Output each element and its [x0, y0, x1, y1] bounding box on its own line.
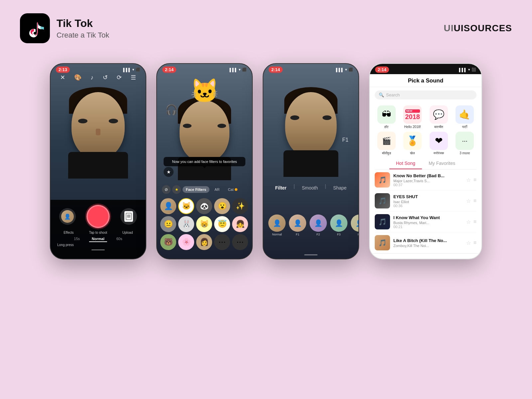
- filter-row-1: 👤 🐱 🐼 😮 ✨: [160, 198, 249, 214]
- filter-avatar-8[interactable]: 😸: [196, 216, 212, 232]
- song-star-4[interactable]: ☆: [466, 240, 471, 246]
- normal-filter-circle[interactable]: 👤: [268, 214, 286, 232]
- favorites-filter-btn[interactable]: ★: [172, 185, 181, 194]
- tab-15s[interactable]: 15s: [71, 236, 82, 242]
- f2-filter-circle[interactable]: 👤: [310, 214, 327, 232]
- filter-row-2: 😐 🐰 😸 😇 👧: [160, 216, 249, 232]
- tab-normal[interactable]: Normal: [89, 236, 107, 242]
- song-info-3: I Know What You Want Busta Rhymes, Mari.…: [393, 215, 463, 229]
- search-bar[interactable]: 🔍 Search: [375, 90, 476, 99]
- song-menu-1[interactable]: ≡: [473, 177, 476, 183]
- filter-avatar-11[interactable]: 🐻: [160, 234, 176, 250]
- phone1-status-icons: ▌▌▌ ▾ ⬛: [123, 67, 140, 72]
- filter-avatar-4[interactable]: 😮: [214, 198, 230, 214]
- filter-avatar-2[interactable]: 🐱: [178, 198, 194, 214]
- more-icon[interactable]: ☰: [131, 74, 136, 81]
- shape-tab[interactable]: Shape: [330, 184, 350, 192]
- phone2: 2:14 ▌▌▌ ▾ ⬛ 🐱 🎧 Now you can add f: [156, 63, 253, 259]
- song-item-2[interactable]: 🎵 EYES SHUT Isac Elliot 00:36 ☆ ≡: [375, 191, 476, 211]
- sports-icon[interactable]: 🏅: [403, 132, 422, 150]
- newyear-icon[interactable]: NEW 2018: [403, 105, 422, 124]
- song-star-1[interactable]: ☆: [466, 177, 471, 183]
- tab-60s[interactable]: 60s: [114, 236, 125, 242]
- filter-item-f3[interactable]: 👤 F3: [330, 214, 347, 236]
- song-item-4[interactable]: 🎵 Like A Bitch (Kill The No... Zomboy,Ki…: [375, 232, 476, 253]
- category-entertainment[interactable]: ❤ मनोरंजक: [427, 132, 451, 155]
- entertainment-icon[interactable]: ❤: [430, 132, 448, 150]
- sound-categories: 🕶 हॉट NEW 2018 Hello 2018! 💬 बातचीत: [370, 103, 481, 158]
- f3-filter-circle[interactable]: 👤: [330, 214, 347, 232]
- filter-item-normal[interactable]: 👤 Normal: [268, 214, 286, 236]
- my-favorites-tab[interactable]: My Favorites: [422, 158, 462, 169]
- filter-item-f2[interactable]: 👤 F2: [310, 214, 327, 236]
- filter-circles: 👤 Normal 👤 F1 👤 F2: [263, 214, 358, 239]
- song-menu-3[interactable]: ≡: [473, 219, 476, 225]
- phone1-status-bar: 2:13 ▌▌▌ ▾ ⬛: [51, 64, 146, 74]
- filter-avatar-3[interactable]: 🐼: [196, 198, 212, 214]
- f4-filter-circle[interactable]: 👤: [351, 214, 359, 232]
- phone1-bottom: 👤 Effects Tap to shoot: [51, 200, 146, 259]
- effects-btn[interactable]: 👤: [59, 208, 76, 225]
- category-newyear[interactable]: NEW 2018 Hello 2018!: [401, 105, 425, 129]
- song-duration-3: 00:21: [393, 225, 463, 229]
- song-menu-2[interactable]: ≡: [473, 198, 476, 204]
- capture-button[interactable]: [86, 205, 110, 228]
- filter-avatar-6[interactable]: 😐: [160, 216, 176, 232]
- timer-icon[interactable]: ↺: [103, 74, 108, 81]
- song-artist-2: Isac Elliot: [393, 200, 463, 204]
- party-icon[interactable]: 🤙: [456, 105, 474, 124]
- color-icon[interactable]: 🎨: [74, 74, 81, 81]
- song-menu-4[interactable]: ≡: [473, 240, 476, 246]
- face-filters-tab[interactable]: Face Filters: [183, 186, 209, 193]
- song-star-3[interactable]: ☆: [466, 219, 471, 225]
- cat-tab[interactable]: Cat: [224, 186, 240, 193]
- filter-avatar-12[interactable]: 🌸: [178, 234, 194, 250]
- phone1: 2:13 ▌▌▌ ▾ ⬛ ✕ 🎨 ♪ ↺ ⟳ ☰: [50, 63, 146, 259]
- favorite-button[interactable]: ★: [164, 167, 174, 177]
- ar-tab[interactable]: AR: [211, 186, 223, 193]
- close-icon[interactable]: ✕: [60, 74, 65, 81]
- hot-icon[interactable]: 🕶: [377, 105, 396, 124]
- music-icon[interactable]: ♪: [90, 74, 93, 81]
- category-hot[interactable]: 🕶 हॉट: [375, 105, 398, 129]
- song-thumb-4: 🎵: [375, 235, 390, 250]
- category-bollywood[interactable]: 🎬 बॉलीवुड: [375, 132, 398, 155]
- song-item-3[interactable]: 🎵 I Know What You Want Busta Rhymes, Mar…: [375, 211, 476, 232]
- smooth-tab[interactable]: Smooth: [299, 184, 321, 192]
- filter-row-3: 🐻 🌸 👩 ⋯ ⋯: [160, 234, 249, 250]
- face-display: [65, 82, 131, 169]
- filter-avatar-15[interactable]: ⋯: [232, 234, 248, 250]
- filter-avatar-5[interactable]: ✨: [232, 198, 248, 214]
- category-more[interactable]: ··· 3 more: [453, 132, 477, 155]
- category-sports[interactable]: 🏅 खेल: [401, 132, 425, 155]
- search-input[interactable]: Search: [386, 92, 400, 97]
- filter-avatar-14[interactable]: ⋯: [214, 234, 230, 250]
- f1-filter-circle[interactable]: 👤: [289, 214, 306, 232]
- no-filter-btn[interactable]: ⊘: [162, 185, 171, 194]
- song-star-2[interactable]: ☆: [466, 198, 471, 204]
- chat-icon[interactable]: 💬: [430, 105, 448, 124]
- song-item-1[interactable]: 🎵 Know No Better (Bad B... Major Lazer,T…: [375, 170, 476, 191]
- filter-avatar-1[interactable]: 👤: [160, 198, 176, 214]
- phone3-time: 2:14: [269, 66, 283, 73]
- filter-item-f4[interactable]: 👤 F4: [351, 214, 359, 236]
- filter-avatar-9[interactable]: 😇: [214, 216, 230, 232]
- header: Tik Tok Create a Tik Tok UIUISOURCES: [0, 0, 532, 50]
- filter-item-f1[interactable]: 👤 F1: [289, 214, 306, 236]
- category-chat[interactable]: 💬 बातचीत: [427, 105, 451, 129]
- filter-tab[interactable]: Filter: [272, 184, 290, 192]
- flip-icon[interactable]: ⟳: [117, 74, 122, 81]
- upload-btn[interactable]: [120, 208, 137, 225]
- more-icon[interactable]: ···: [456, 132, 474, 150]
- hot-song-tab[interactable]: Hot Song: [389, 158, 422, 169]
- cancel-button[interactable]: Cancel: [370, 253, 481, 259]
- song-actions-2: ☆ ≡: [466, 198, 476, 204]
- filter-avatar-7[interactable]: 🐰: [178, 216, 194, 232]
- song-duration-1: 00:37: [393, 183, 463, 187]
- filter-avatar-10[interactable]: 👧: [232, 216, 248, 232]
- bollywood-icon[interactable]: 🎬: [377, 132, 396, 150]
- category-party[interactable]: 🤙 पार्टी: [453, 105, 477, 129]
- filter-avatar-13[interactable]: 👩: [196, 234, 212, 250]
- app-title-group: Tik Tok Create a Tik Tok: [57, 17, 109, 40]
- f1-circle-label: F1: [296, 233, 300, 236]
